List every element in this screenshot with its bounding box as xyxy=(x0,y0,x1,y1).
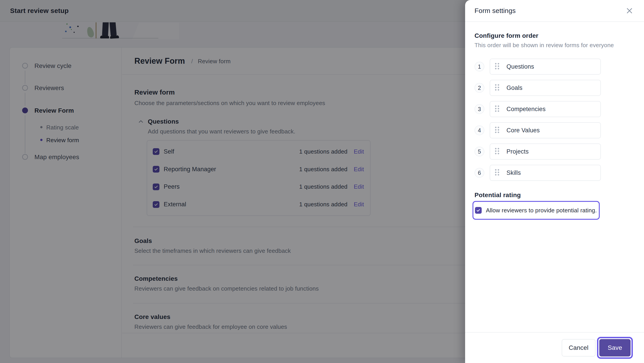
order-item-label: Core Values xyxy=(506,127,540,134)
order-item-label: Questions xyxy=(506,63,534,70)
close-icon[interactable] xyxy=(626,7,633,14)
order-row-questions: 1 Questions xyxy=(474,58,601,75)
order-card-goals[interactable]: Goals xyxy=(490,80,601,96)
order-card-core-values[interactable]: Core Values xyxy=(490,122,601,138)
order-item-label: Goals xyxy=(506,84,522,91)
panel-header: Form settings xyxy=(465,0,644,22)
order-row-competencies: 3 Competencies xyxy=(474,101,601,117)
cancel-button[interactable]: Cancel xyxy=(562,339,596,357)
order-row-skills: 6 Skills xyxy=(474,165,601,181)
form-order-list: 1 Questions 2 Goals 3 Competencies 4 xyxy=(474,58,601,186)
order-item-label: Skills xyxy=(506,169,521,176)
check-icon xyxy=(476,208,480,213)
order-item-label: Competencies xyxy=(506,106,546,113)
order-card-questions[interactable]: Questions xyxy=(490,58,601,75)
order-number-badge: 4 xyxy=(474,125,484,135)
drag-handle-icon[interactable] xyxy=(495,63,499,70)
order-number-badge: 2 xyxy=(474,83,484,93)
drag-handle-icon[interactable] xyxy=(495,84,499,92)
panel-footer: Cancel Save xyxy=(465,332,644,363)
drag-handle-icon[interactable] xyxy=(495,169,499,177)
panel-title: Form settings xyxy=(474,7,516,14)
drag-handle-icon[interactable] xyxy=(495,148,499,155)
order-number-badge: 5 xyxy=(474,147,484,156)
save-button[interactable]: Save xyxy=(599,339,630,357)
drag-handle-icon[interactable] xyxy=(495,127,499,134)
form-settings-panel: Form settings Configure form order This … xyxy=(465,0,644,363)
order-row-goals: 2 Goals xyxy=(474,80,601,96)
configure-form-order-subtitle: This order will be shown in review forms… xyxy=(474,42,614,49)
save-button-highlight-ring: Save xyxy=(597,337,633,359)
order-number-badge: 1 xyxy=(474,62,484,71)
configure-form-order-title: Configure form order xyxy=(474,32,538,39)
order-row-core-values: 4 Core Values xyxy=(474,122,601,138)
potential-rating-label: Allow reviewers to provide potential rat… xyxy=(486,207,597,214)
order-card-competencies[interactable]: Competencies xyxy=(490,101,601,117)
order-card-projects[interactable]: Projects xyxy=(490,143,601,160)
order-card-skills[interactable]: Skills xyxy=(490,165,601,181)
potential-rating-title: Potential rating xyxy=(474,192,521,199)
drag-handle-icon[interactable] xyxy=(495,105,499,113)
order-number-badge: 3 xyxy=(474,104,484,114)
checkbox-potential-rating[interactable] xyxy=(475,207,482,214)
order-item-label: Projects xyxy=(506,148,528,155)
order-number-badge: 6 xyxy=(474,168,484,178)
order-row-projects: 5 Projects xyxy=(474,143,601,160)
potential-rating-highlight-box: Allow reviewers to provide potential rat… xyxy=(472,201,600,220)
